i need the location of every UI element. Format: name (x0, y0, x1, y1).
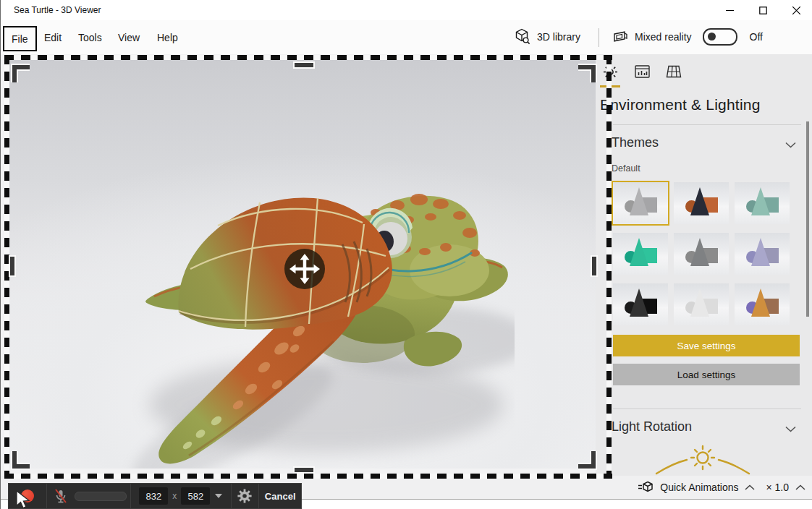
sea-turtle-model[interactable] (109, 175, 515, 469)
theme-tile-emerald[interactable] (613, 233, 668, 275)
minimize-button[interactable] (713, 0, 746, 20)
separator (613, 409, 801, 409)
minimize-icon (726, 7, 734, 14)
dimension-separator: x (172, 491, 177, 501)
microphone-muted-icon[interactable] (54, 488, 68, 505)
quick-animations-label: Quick Animations (660, 482, 738, 493)
panel-scrollbar[interactable] (806, 121, 809, 317)
resize-handle-bottom[interactable] (295, 468, 313, 472)
maximize-icon (759, 7, 767, 14)
mixed-reality-toggle[interactable] (703, 28, 737, 46)
load-settings-button[interactable]: Load settings (613, 364, 800, 385)
theme-tile-rust[interactable] (674, 182, 729, 224)
maximize-button[interactable] (746, 0, 779, 20)
mixed-reality-icon (612, 30, 628, 44)
chevron-up-icon[interactable] (795, 484, 805, 490)
capture-region-border-bottom (4, 474, 612, 479)
chevron-down-icon[interactable] (785, 426, 796, 432)
dimensions-dropdown-icon[interactable] (215, 494, 222, 498)
capture-region-border-top (4, 55, 612, 60)
cancel-label: Cancel (265, 491, 296, 502)
theme-tile-slate[interactable] (674, 233, 729, 275)
resize-handle-top[interactable] (295, 63, 313, 67)
3d-library-label: 3D library (537, 31, 580, 43)
menu-tools[interactable]: Tools (71, 26, 109, 48)
chevron-up-icon[interactable] (745, 484, 755, 490)
menu-edit-label: Edit (44, 32, 62, 43)
animation-speed-value[interactable]: × 1.0 (766, 482, 789, 493)
gear-icon (237, 489, 252, 503)
light-rotation-section-label: Light Rotation (612, 419, 692, 435)
theme-tile-black[interactable] (613, 283, 668, 325)
theme-tile-multicolor[interactable] (735, 283, 790, 325)
resize-handle-left[interactable] (10, 257, 14, 275)
menu-view[interactable]: View (111, 26, 147, 48)
menu-help-label: Help (157, 32, 178, 43)
audio-level-meter (75, 492, 127, 501)
panel-title: Environment & Lighting (600, 96, 761, 114)
topbar-divider (599, 28, 599, 47)
menu-file-label: File (12, 33, 28, 45)
title-bar: Sea Turtle - 3D Viewer (1, 0, 812, 20)
theme-tile-gray[interactable] (613, 182, 668, 224)
viewport-3d[interactable] (7, 56, 596, 469)
separator (613, 124, 801, 125)
capture-width-input[interactable]: 832 (139, 487, 168, 505)
menu-tools-label: Tools (78, 32, 102, 43)
resize-handle-bottom-left[interactable] (11, 448, 33, 470)
load-settings-label: Load settings (677, 369, 735, 380)
light-rotation-dial[interactable] (652, 445, 753, 476)
app-window: Sea Turtle - 3D Viewer File Edit Tools V… (0, 0, 812, 509)
resize-handle-top-left[interactable] (11, 64, 33, 85)
close-button[interactable] (779, 0, 812, 20)
tab-stats[interactable] (633, 63, 651, 80)
resize-handle-top-right[interactable] (575, 64, 597, 85)
toggle-knob (708, 33, 716, 40)
mixed-reality-label: Mixed reality (635, 31, 692, 43)
save-settings-button[interactable]: Save settings (613, 335, 800, 356)
menu-bar: File Edit Tools View Help 3D library Mix… (1, 20, 812, 54)
resize-handle-right[interactable] (592, 257, 596, 275)
menu-help[interactable]: Help (150, 26, 185, 48)
move-tool-overlay[interactable] (284, 248, 326, 290)
mixed-reality-state: Off (750, 31, 763, 43)
capture-region-border-left (4, 55, 9, 479)
bar-chart-icon (635, 65, 650, 78)
cancel-button[interactable]: Cancel (259, 484, 301, 508)
recorder-toolbar: 832 x 582 (8, 483, 302, 509)
chevron-down-icon[interactable] (785, 142, 796, 148)
theme-tile-sage-teal[interactable] (735, 182, 790, 224)
3d-library-button[interactable]: 3D library (515, 28, 580, 45)
menu-edit[interactable]: Edit (37, 26, 69, 48)
3d-library-icon (515, 28, 530, 45)
quick-animations-icon (638, 481, 654, 494)
light-rotation-sun-icon (656, 446, 749, 474)
menu-file[interactable]: File (3, 26, 37, 51)
recorder-settings-button[interactable] (232, 484, 259, 508)
capture-height-input[interactable]: 582 (181, 487, 210, 505)
themes-section-label: Themes (612, 135, 659, 150)
theme-group-label: Default (612, 163, 640, 174)
side-panel: Environment & Lighting Themes Default Sa… (596, 54, 812, 476)
close-icon (792, 7, 800, 14)
save-settings-label: Save settings (677, 341, 735, 351)
capture-region-border-right (606, 55, 612, 479)
window-title: Sea Turtle - 3D Viewer (14, 5, 101, 15)
theme-tile-white[interactable] (674, 283, 729, 325)
tab-grid[interactable] (665, 63, 682, 80)
mixed-reality-control: Mixed reality Off (612, 28, 763, 46)
mouse-cursor (15, 490, 31, 509)
theme-tile-lilac[interactable] (735, 233, 790, 275)
resize-handle-bottom-right[interactable] (575, 448, 597, 470)
grid-icon (666, 65, 682, 78)
menu-view-label: View (118, 32, 140, 43)
